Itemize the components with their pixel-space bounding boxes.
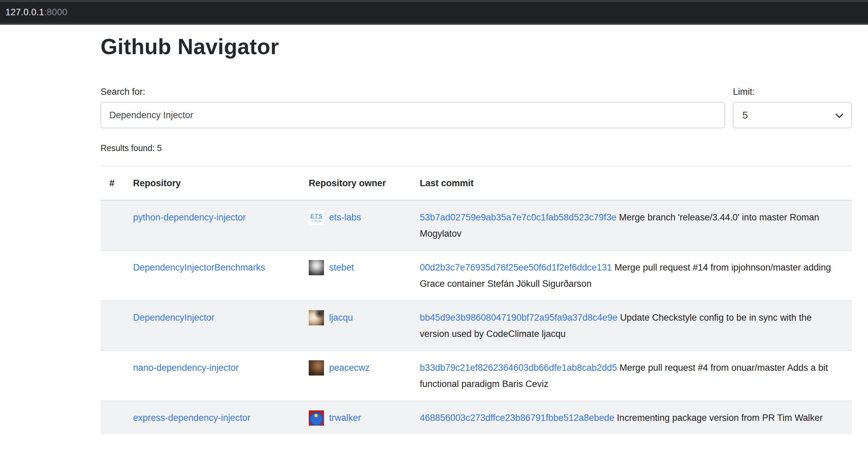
table-header-row: # Repository Repository owner Last commi… (101, 166, 852, 200)
url-text[interactable]: 127.0.0.1:8000 (5, 7, 67, 18)
row-number (101, 200, 124, 251)
limit-select[interactable]: 5 (733, 102, 852, 128)
commit-hash-link[interactable]: 00d2b3c7e76935d76f25ee50f6d1f2ef6ddce131 (420, 262, 612, 273)
row-number (101, 301, 124, 351)
repo-link[interactable]: express-dependency-injector (133, 413, 251, 423)
commit-hash-link[interactable]: 53b7ad02759e9ab35a7e7c0c1fab58d523c79f3e (420, 212, 616, 222)
results-table: # Repository Repository owner Last commi… (101, 166, 852, 434)
results-count: Results found: 5 (101, 143, 852, 153)
ljacqu-cat-avatar (309, 310, 324, 325)
table-row: DependencyInjectorBenchmarks stebet 00d2… (101, 251, 852, 301)
table-row: nano-dependency-injector peacecwz b33db7… (101, 351, 852, 401)
chevron-down-icon (835, 110, 843, 118)
row-number (101, 401, 124, 434)
owner-link[interactable]: ljacqu (329, 309, 353, 326)
table-row: express-dependency-injector trwalker 468… (101, 401, 852, 434)
column-header-repository: Repository (124, 166, 300, 200)
repo-link[interactable]: nano-dependency-injector (133, 363, 239, 373)
repo-link[interactable]: python-dependency-injector (133, 212, 246, 222)
column-header-last-commit: Last commit (411, 166, 852, 200)
commit-hash-link[interactable]: b33db79c21ef8262364603db66dfe1ab8cab2dd5 (420, 363, 617, 373)
table-row: DependencyInjector ljacqu bb45d9e3b98608… (101, 301, 852, 351)
repo-link[interactable]: DependencyInjectorBenchmarks (133, 262, 265, 273)
url-port: :8000 (44, 7, 67, 17)
owner-link[interactable]: stebet (329, 259, 354, 276)
repo-link[interactable]: DependencyInjector (133, 313, 214, 323)
stebet-portrait-avatar (309, 260, 324, 275)
ets-labs-logo-avatar: ETS (309, 210, 324, 225)
search-label: Search for: (101, 87, 725, 97)
limit-selected-value: 5 (742, 110, 748, 121)
owner-link[interactable]: trwalker (329, 410, 361, 426)
url-host: 127.0.0.1 (5, 7, 44, 17)
trwalker-lego-avatar (309, 410, 324, 426)
row-number (101, 351, 124, 401)
limit-label: Limit: (733, 87, 852, 97)
column-header-owner: Repository owner (300, 166, 411, 200)
browser-address-bar[interactable]: 127.0.0.1:8000 (0, 0, 868, 25)
search-form: Search for: Limit: 5 (101, 87, 852, 128)
table-row: python-dependency-injector ETS ets-labs … (101, 200, 852, 251)
owner-link[interactable]: ets-labs (329, 209, 361, 226)
commit-message: Incrementing package version from PR Tim… (617, 413, 823, 423)
search-input[interactable] (101, 102, 725, 128)
commit-hash-link[interactable]: 468856003c273dffce23b86791fbbe512a8ebede (420, 413, 614, 423)
page-content: Github Navigator Search for: Limit: 5 Re… (0, 36, 868, 434)
row-number (101, 251, 124, 301)
owner-link[interactable]: peacecwz (329, 360, 370, 376)
commit-hash-link[interactable]: bb45d9e3b98608047190bf72a95fa9a37d8c4e9e (420, 313, 617, 323)
peacecwz-portrait-avatar (309, 360, 324, 376)
page-title: Github Navigator (101, 36, 852, 58)
column-header-num: # (101, 166, 124, 200)
